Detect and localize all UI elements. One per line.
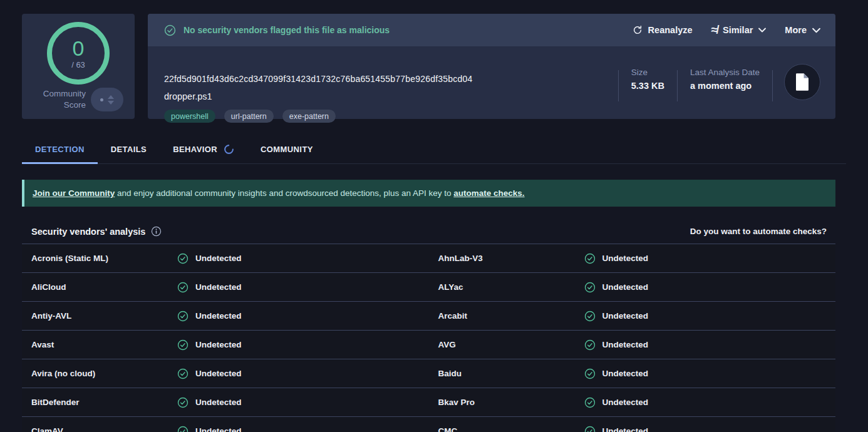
reanalyze-button[interactable]: Reanalyze	[633, 25, 693, 35]
file-meta: Size 5.33 KB Last Analysis Date a moment…	[618, 68, 820, 101]
automate-question-link[interactable]: Do you want to automate checks?	[690, 227, 827, 236]
reanalyze-label: Reanalyze	[648, 25, 693, 35]
status-text: Undetected	[602, 254, 649, 263]
check-circle-icon	[164, 24, 176, 36]
analysis-header: Security vendors' analysis Do you want t…	[22, 219, 835, 244]
engines-total: / 63	[71, 60, 85, 69]
community-score-label: Community Score	[34, 88, 86, 111]
check-circle-icon	[584, 368, 596, 379]
vendor-name: Avira (no cloud)	[31, 369, 177, 378]
vote-up-icon[interactable]	[108, 95, 114, 99]
vendor-result-cell: Avira (no cloud) Undetected	[22, 359, 429, 388]
file-tags: powershell url-pattern exe-pattern	[164, 110, 336, 123]
check-circle-icon	[584, 311, 596, 322]
vendor-result-cell: Baidu Undetected	[429, 359, 836, 388]
vendor-name: AliCloud	[31, 282, 177, 292]
size-label: Size	[631, 68, 664, 77]
report-tabs: DETECTION DETAILS BEHAVIOR COMMUNITY	[22, 135, 846, 164]
status-text: Undetected	[602, 398, 649, 407]
tab-detection[interactable]: DETECTION	[22, 135, 98, 163]
vendor-name: Acronis (Static ML)	[31, 254, 177, 263]
tab-detection-label: DETECTION	[35, 145, 85, 154]
last-analysis-value: a moment ago	[690, 81, 760, 91]
last-analysis-label: Last Analysis Date	[690, 68, 760, 77]
status-text: Undetected	[602, 426, 649, 432]
undetected-status: Undetected	[177, 397, 429, 408]
check-circle-icon	[177, 311, 189, 322]
vendor-result-cell: AliCloud Undetected	[22, 273, 429, 301]
undetected-status: Undetected	[177, 311, 429, 322]
table-row: Avira (no cloud) Undetected Baidu Undete…	[22, 359, 835, 388]
vendor-result-cell: AhnLab-V3 Undetected	[429, 244, 836, 272]
file-hash[interactable]: 22fd5d901fd43d6c2cd347099f31423d1732c76b…	[164, 74, 472, 84]
check-circle-icon	[177, 282, 189, 293]
status-text: Undetected	[195, 340, 242, 349]
table-row: Antiy-AVL Undetected Arcabit Undetected	[22, 302, 835, 331]
table-row: Acronis (Static ML) Undetected AhnLab-V3…	[22, 244, 835, 273]
vendor-result-cell: CMC Undetected	[429, 417, 836, 432]
more-label: More	[785, 25, 807, 35]
vendor-name: BitDefender	[31, 398, 177, 407]
chevron-down-icon	[812, 28, 820, 33]
undetected-status: Undetected	[584, 368, 836, 379]
virustotal-report-page: 0 / 63 Community Score No security vendo…	[0, 0, 868, 432]
tag-powershell[interactable]: powershell	[164, 110, 215, 123]
document-icon	[794, 73, 810, 91]
more-button[interactable]: More	[785, 25, 820, 35]
promo-text: and enjoy additional community insights …	[115, 188, 453, 198]
check-circle-icon	[177, 368, 189, 379]
check-circle-icon	[177, 397, 189, 408]
status-text: Undetected	[602, 311, 649, 321]
vendor-result-cell: ClamAV Undetected	[22, 417, 429, 432]
vendor-result-cell: BitDefender Undetected	[22, 388, 429, 416]
join-community-link[interactable]: Join our Community	[33, 188, 115, 198]
undetected-status: Undetected	[584, 397, 836, 408]
undetected-status: Undetected	[177, 253, 429, 264]
vendor-name: Baidu	[438, 369, 584, 378]
check-circle-icon	[584, 397, 596, 408]
chevron-down-icon	[758, 28, 766, 33]
file-name: dropper.ps1	[164, 91, 212, 101]
vendor-name: Arcabit	[438, 311, 584, 321]
automate-checks-link[interactable]: automate checks.	[453, 188, 524, 198]
vendor-name: ClamAV	[31, 426, 177, 432]
undetected-status: Undetected	[584, 311, 836, 322]
check-circle-icon	[177, 253, 189, 264]
refresh-icon	[633, 25, 643, 35]
verdict-strip: No security vendors flagged this file as…	[148, 14, 835, 46]
vendor-result-cell: ALYac Undetected	[429, 273, 836, 301]
undetected-status: Undetected	[584, 339, 836, 351]
tab-details[interactable]: DETAILS	[98, 135, 160, 163]
status-text: Undetected	[195, 426, 242, 432]
tag-exe-pattern[interactable]: exe-pattern	[282, 110, 336, 123]
status-text: Undetected	[195, 282, 242, 292]
tab-behavior[interactable]: BEHAVIOR	[160, 135, 247, 163]
tab-details-label: DETAILS	[111, 145, 147, 154]
vendor-name: CMC	[438, 426, 584, 432]
status-text: Undetected	[195, 369, 242, 378]
vendor-result-cell: Bkav Pro Undetected	[429, 388, 836, 416]
check-circle-icon	[584, 339, 596, 351]
status-text: Undetected	[602, 340, 649, 349]
check-circle-icon	[584, 253, 596, 264]
vendor-name: AhnLab-V3	[438, 254, 584, 263]
analysis-title: Security vendors' analysis	[31, 227, 145, 237]
undetected-status: Undetected	[177, 282, 429, 293]
divider	[772, 70, 773, 101]
community-vote-widget[interactable]	[91, 88, 123, 111]
similar-button[interactable]: ≉ Similar	[711, 25, 767, 35]
tab-behavior-label: BEHAVIOR	[173, 145, 217, 154]
file-type-badge	[784, 64, 820, 100]
vote-stepper[interactable]	[108, 95, 114, 105]
check-circle-icon	[177, 426, 189, 432]
vote-down-icon[interactable]	[108, 101, 114, 105]
tag-url-pattern[interactable]: url-pattern	[224, 110, 274, 123]
info-icon[interactable]	[151, 226, 162, 237]
vendor-name: Avast	[31, 340, 177, 349]
tab-community[interactable]: COMMUNITY	[247, 135, 326, 163]
size-value: 5.33 KB	[631, 81, 664, 91]
check-circle-icon	[584, 282, 596, 293]
table-row: ClamAV Undetected CMC Undetected	[22, 417, 835, 432]
vendor-result-cell: Acronis (Static ML) Undetected	[22, 244, 429, 272]
status-text: Undetected	[602, 369, 649, 378]
